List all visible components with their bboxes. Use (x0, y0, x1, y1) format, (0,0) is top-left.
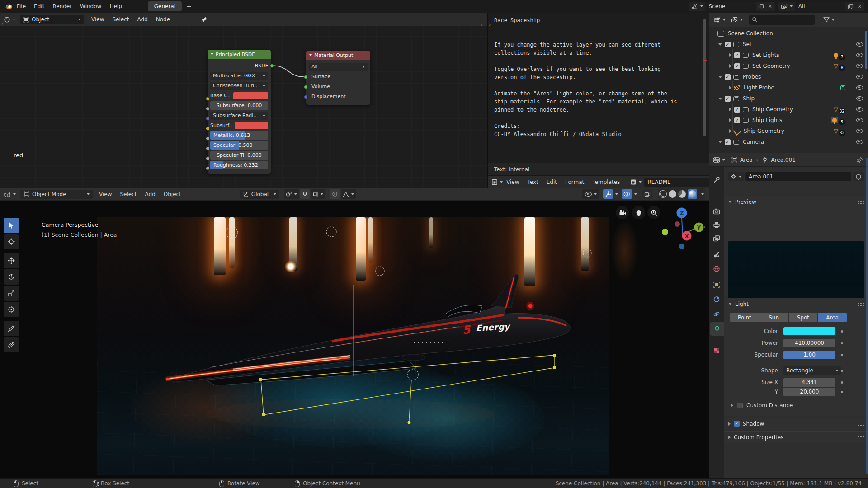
expand-icon[interactable] (731, 404, 733, 407)
region-split-left-icon[interactable]: ‹ (481, 22, 482, 28)
outliner-row-ship[interactable]: ✓ Ship (709, 93, 868, 104)
filter-dropdown[interactable] (823, 17, 835, 23)
hide-eye-icon[interactable] (856, 64, 863, 68)
displacement-input-socket[interactable] (304, 95, 308, 99)
menu-window[interactable]: Window (80, 3, 101, 9)
collection-checkbox[interactable]: ✓ (725, 139, 731, 145)
menu-edit[interactable]: Edit (34, 3, 44, 9)
size-y-field[interactable]: 20.000 (783, 388, 835, 396)
animate-dot[interactable] (841, 354, 843, 356)
animate-dot[interactable] (841, 381, 843, 384)
outliner-row-ship-lights[interactable]: ✓ Ship Lights 5 (709, 115, 868, 126)
base-color-socket[interactable] (206, 97, 210, 101)
tool-rotate[interactable] (4, 269, 19, 285)
preview-panel-header[interactable]: Preview (724, 196, 868, 207)
drag-handle-icon[interactable] (857, 200, 864, 204)
outliner-row-probes[interactable]: ✓ Probes (709, 71, 868, 82)
menu-select[interactable]: Select (120, 191, 137, 197)
menu-file[interactable]: File (17, 3, 26, 9)
tool-cursor[interactable] (4, 234, 19, 249)
scene-browse-button[interactable] (689, 3, 705, 9)
collection-checkbox[interactable]: ✓ (725, 42, 731, 47)
collection-checkbox[interactable]: ✓ (734, 52, 740, 58)
specular-tint-socket[interactable] (206, 156, 210, 160)
overlays-dropdown-icon[interactable] (634, 193, 637, 195)
drag-handle-icon[interactable] (857, 422, 864, 426)
animate-dot[interactable] (841, 370, 843, 372)
pan-view-button[interactable] (632, 206, 645, 219)
axis-gizmo[interactable]: Z Y X (653, 205, 709, 263)
add-workspace-button[interactable]: + (186, 3, 192, 10)
expand-icon[interactable] (729, 86, 731, 89)
outliner-row-set-lights[interactable]: ✓ Set Lights 7 (709, 50, 868, 61)
display-mode-dropdown[interactable] (714, 17, 726, 23)
roughness-socket[interactable] (206, 166, 210, 170)
subsurface-color-socket[interactable] (206, 127, 210, 131)
node-header[interactable]: Material Output (306, 51, 370, 60)
roughness-slider[interactable]: Roughness: 0.232 (210, 161, 268, 169)
node-header[interactable]: Principled BSDF (208, 50, 271, 59)
region-collapse-icon[interactable]: ‹ (703, 224, 705, 230)
specular-slider[interactable]: 1.00 (783, 351, 835, 359)
subsurface-method-dropdown[interactable]: Christensen-Burl.. (210, 82, 268, 90)
xray-toggle[interactable] (642, 189, 652, 199)
mode-dropdown[interactable]: Object Mode (20, 190, 93, 199)
tab-world[interactable] (709, 262, 724, 276)
breadcrumb-object[interactable]: Area (740, 157, 753, 163)
collapse-icon[interactable] (211, 53, 213, 55)
light-color-swatch[interactable] (783, 327, 835, 335)
hide-eye-icon[interactable] (856, 42, 863, 47)
distribution-dropdown[interactable]: Multiscatter GGX (210, 72, 268, 80)
shading-dropdown-icon[interactable] (701, 193, 704, 195)
subsurface-radius-dropdown[interactable]: Subsurface Radi.. (210, 112, 268, 120)
outliner-row-set[interactable]: ✓ Set (709, 39, 868, 50)
editor-type-button[interactable] (491, 179, 503, 185)
collection-checkbox[interactable]: ✓ (734, 117, 740, 123)
view-layer-name-field[interactable]: All (795, 2, 845, 11)
shading-solid-button[interactable] (669, 190, 676, 198)
hide-eye-icon[interactable] (856, 85, 863, 90)
data-name-field[interactable]: Area.001 (745, 172, 851, 181)
shape-dropdown[interactable]: Rectangle (783, 366, 841, 375)
filter-collection-dropdown[interactable] (731, 17, 743, 23)
fake-user-button[interactable] (853, 172, 864, 181)
new-scene-icon[interactable] (758, 4, 764, 9)
surface-input-socket[interactable] (304, 75, 308, 79)
expand-icon[interactable] (718, 76, 722, 78)
shadow-panel-header[interactable]: ✓ Shadow (724, 418, 868, 429)
tool-scale[interactable] (4, 286, 19, 301)
principled-bsdf-node[interactable]: Principled BSDF BSDF Multiscatter GGX Ch… (208, 50, 271, 174)
editor-type-button[interactable] (713, 157, 725, 163)
outliner-search-input[interactable] (749, 15, 815, 25)
outliner-row-scene-collection[interactable]: Scene Collection (709, 28, 868, 39)
collection-checkbox[interactable]: ✓ (725, 96, 731, 102)
drag-handle-icon[interactable] (857, 435, 864, 439)
hide-eye-icon[interactable] (856, 118, 863, 122)
properties-scrollbar[interactable] (866, 158, 868, 474)
menu-templates[interactable]: Templates (592, 179, 620, 185)
light-type-point[interactable]: Point (730, 313, 759, 322)
text-scrollbar[interactable] (703, 19, 706, 136)
subsurface-color-swatch[interactable] (235, 122, 268, 129)
specular-tint-field[interactable]: Specular Ti: 0.000 (210, 151, 268, 160)
volume-input-socket[interactable] (304, 85, 308, 89)
light-datablock-browse[interactable] (728, 172, 744, 181)
camera-view-button[interactable] (616, 206, 629, 219)
base-color-swatch[interactable] (233, 92, 268, 99)
specular-slider[interactable]: Specular: 0.500 (210, 141, 268, 150)
tool-measure[interactable] (4, 337, 19, 352)
shading-wireframe-button[interactable] (659, 190, 667, 198)
custom-properties-header[interactable]: Custom Properties (724, 432, 868, 443)
pin-icon[interactable] (857, 157, 863, 163)
snap-toggle[interactable] (300, 189, 310, 199)
expand-icon[interactable] (729, 108, 731, 111)
light-panel-header[interactable]: Light (724, 298, 868, 310)
hide-eye-icon[interactable] (856, 75, 863, 79)
transform-orientation-dropdown[interactable]: Global (240, 190, 279, 199)
tab-texture[interactable] (709, 344, 724, 357)
editor-type-button[interactable] (4, 191, 16, 197)
outliner-row-light-probe[interactable]: Light Probe (709, 82, 868, 93)
expand-icon[interactable] (718, 43, 722, 46)
tab-render[interactable] (709, 205, 724, 218)
tab-physics[interactable] (709, 307, 724, 321)
